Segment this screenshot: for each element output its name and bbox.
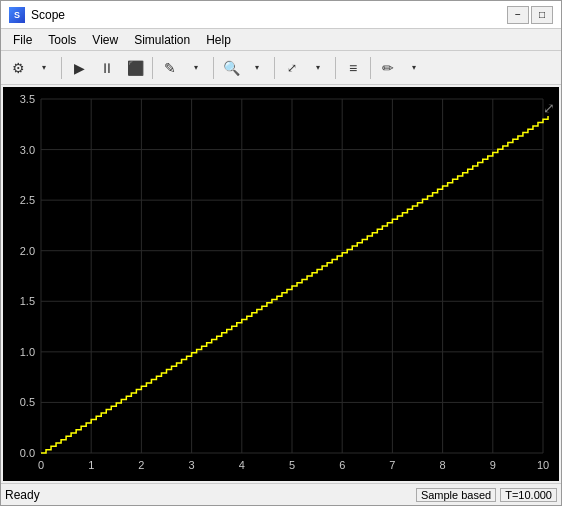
write-dropdown[interactable]: ▾ <box>183 55 209 81</box>
pause-button[interactable]: ⏸ <box>94 55 120 81</box>
sep-1 <box>61 57 62 79</box>
settings-dropdown[interactable]: ▾ <box>31 55 57 81</box>
menu-help[interactable]: Help <box>198 31 239 49</box>
legend-button[interactable]: ≡ <box>340 55 366 81</box>
settings-group: ⚙ ▾ <box>5 55 57 81</box>
write-button[interactable]: ✎ <box>157 55 183 81</box>
zoom-group: 🔍 ▾ <box>218 55 270 81</box>
window-title: Scope <box>31 8 65 22</box>
title-bar-left: S Scope <box>9 7 65 23</box>
write-group: ✎ ▾ <box>157 55 209 81</box>
zoom-dropdown[interactable]: ▾ <box>244 55 270 81</box>
menu-simulation[interactable]: Simulation <box>126 31 198 49</box>
autoscale-group: ⤢ ▾ <box>279 55 331 81</box>
sep-2 <box>152 57 153 79</box>
app-icon: S <box>9 7 25 23</box>
zoom-button[interactable]: 🔍 <box>218 55 244 81</box>
sep-3 <box>213 57 214 79</box>
menu-bar: File Tools View Simulation Help <box>1 29 561 51</box>
status-ready: Ready <box>5 488 40 502</box>
run-button[interactable]: ▶ <box>66 55 92 81</box>
menu-view[interactable]: View <box>84 31 126 49</box>
sep-5 <box>335 57 336 79</box>
menu-file[interactable]: File <box>5 31 40 49</box>
main-window: S Scope − □ File Tools View Simulation H… <box>0 0 562 506</box>
time-badge: T=10.000 <box>500 488 557 502</box>
toolbar: ⚙ ▾ ▶ ⏸ ⬛ ✎ ▾ 🔍 ▾ ⤢ ▾ ≡ ✏ ▾ <box>1 51 561 85</box>
annotate-button[interactable]: ✏ <box>375 55 401 81</box>
sep-6 <box>370 57 371 79</box>
autoscale-dropdown[interactable]: ▾ <box>305 55 331 81</box>
settings-button[interactable]: ⚙ <box>5 55 31 81</box>
title-controls: − □ <box>507 6 553 24</box>
chart-area[interactable] <box>3 87 559 481</box>
scope-canvas <box>3 87 559 481</box>
sep-4 <box>274 57 275 79</box>
minimize-button[interactable]: − <box>507 6 529 24</box>
status-right: Sample based T=10.000 <box>416 488 557 502</box>
annotate-group: ✏ ▾ <box>375 55 427 81</box>
menu-tools[interactable]: Tools <box>40 31 84 49</box>
sample-based-badge: Sample based <box>416 488 496 502</box>
annotate-dropdown[interactable]: ▾ <box>401 55 427 81</box>
title-bar: S Scope − □ <box>1 1 561 29</box>
maximize-button[interactable]: □ <box>531 6 553 24</box>
status-bar: Ready Sample based T=10.000 <box>1 483 561 505</box>
stop-button[interactable]: ⬛ <box>122 55 148 81</box>
autoscale-button[interactable]: ⤢ <box>279 55 305 81</box>
